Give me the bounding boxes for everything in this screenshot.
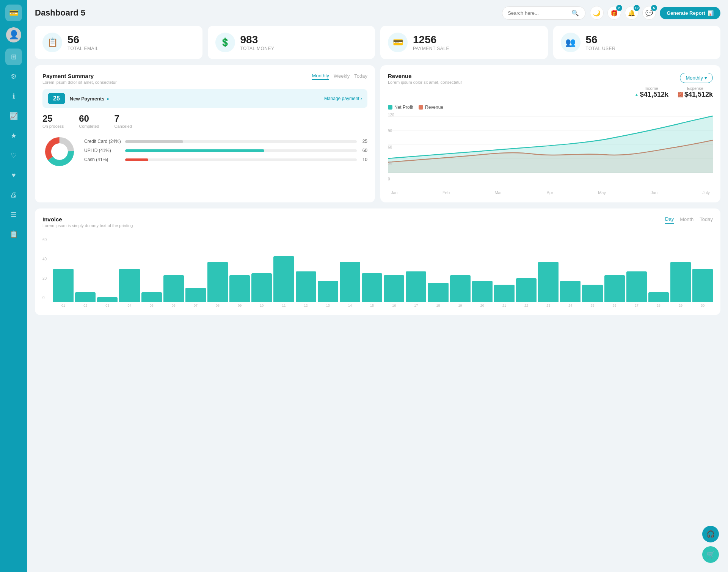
- tab-monthly-payment[interactable]: Monthly: [312, 73, 329, 80]
- x-label-08: 08: [207, 304, 228, 307]
- legend-dot-profit: [388, 105, 392, 110]
- bell-badge: 12: [634, 5, 640, 11]
- inv-y-20: 20: [42, 276, 47, 281]
- bar-col-08: [207, 238, 228, 302]
- search-box[interactable]: 🔍: [502, 6, 585, 20]
- bar-10: [251, 273, 272, 302]
- x-label-23: 23: [538, 304, 559, 307]
- sidebar-item-wishlist[interactable]: ♡: [5, 147, 22, 164]
- bar-label-upi: UPI ID (41%): [84, 148, 122, 153]
- heart-filled-icon: ♥: [12, 171, 16, 179]
- lower-grid: Payment Summary Lorem ipsum dolor sit am…: [35, 65, 720, 202]
- chat-notification-btn[interactable]: 💬 5: [642, 6, 656, 20]
- x-label-apr: Apr: [547, 190, 553, 195]
- tab-day-invoice[interactable]: Day: [665, 216, 674, 224]
- x-label-16: 16: [384, 304, 404, 307]
- bar-27: [626, 271, 647, 302]
- sidebar-item-favorites[interactable]: ★: [5, 127, 22, 144]
- sidebar-item-print[interactable]: 🖨: [5, 186, 22, 203]
- manage-payment-link[interactable]: Manage payment ›: [324, 96, 362, 101]
- stat-card-user: 👥 56 TOTAL USER: [553, 26, 721, 59]
- bar-col-19: [450, 238, 471, 302]
- bar-20: [472, 281, 493, 302]
- cart-float-btn[interactable]: 🛒: [702, 546, 719, 563]
- revenue-subtitle: Lorem ipsum dolor sit amet, consectetur: [388, 80, 462, 85]
- x-label-10: 10: [251, 304, 272, 307]
- bar-col-26: [604, 238, 625, 302]
- stat-on-process: 25 On process: [42, 113, 64, 129]
- chart-icon: 📈: [9, 112, 18, 120]
- bar-col-24: [560, 238, 581, 302]
- revenue-legend: Net Profit Revenue: [388, 105, 713, 110]
- money-icon-box: 💲: [215, 33, 235, 52]
- payment-bottom: Credit Card (24%) 25 UPI ID (41%) 60: [42, 135, 367, 170]
- bar-col-13: [318, 238, 338, 302]
- bell-notification-btn[interactable]: 🔔 12: [625, 6, 639, 20]
- payment-summary-subtitle: Lorem ipsum dolor sit amet, consectetur: [42, 80, 117, 85]
- x-label-26: 26: [604, 304, 625, 307]
- stat-value-money: 983: [240, 34, 275, 46]
- generate-report-button[interactable]: Generate Report 📊: [660, 7, 720, 19]
- bar-01: [53, 269, 74, 302]
- payment-icon-box: 💳: [388, 33, 408, 52]
- dark-mode-toggle[interactable]: 🌙: [590, 6, 604, 20]
- completed-value: 60: [79, 113, 99, 124]
- new-payments-row: 25 New Payments ● Manage payment ›: [42, 89, 367, 108]
- avatar[interactable]: 👤: [6, 27, 21, 42]
- legend-dot-revenue: [419, 105, 423, 110]
- invoice-chart-wrap: 60 40 20 0 01020304050607080910111213141…: [42, 238, 713, 307]
- bar-col-30: [692, 238, 713, 302]
- sidebar-item-settings[interactable]: ⚙: [5, 68, 22, 85]
- revenue-chart: 120 90 60 30 0: [388, 113, 713, 189]
- income-meta: Income ▲ $41,512k: [634, 86, 668, 99]
- income-label: Income: [634, 86, 668, 91]
- stat-label-money: TOTAL MONEY: [240, 46, 275, 51]
- tab-weekly-payment[interactable]: Weekly: [334, 73, 350, 80]
- revenue-monthly-btn[interactable]: Monthly ▾: [680, 73, 713, 83]
- bar-30: [692, 269, 713, 302]
- bar-val-cash: 10: [360, 157, 367, 162]
- stat-label-payment: PAYMENT SALE: [413, 46, 449, 51]
- info-icon: ℹ: [13, 92, 15, 100]
- sidebar-item-liked[interactable]: ♥: [5, 167, 22, 183]
- sidebar-item-dashboard[interactable]: ⊞: [5, 49, 22, 65]
- print-icon: 🖨: [10, 191, 17, 199]
- bar-13: [318, 281, 338, 302]
- inv-y-40: 40: [42, 257, 47, 261]
- sidebar: 💳 👤 ⊞ ⚙ ℹ 📈 ★ ♡ ♥ 🖨 ☰ 📋: [0, 0, 27, 572]
- x-label-30: 30: [692, 304, 713, 307]
- bar-col-14: [340, 238, 360, 302]
- x-label-13: 13: [318, 304, 338, 307]
- income-value: $41,512k: [640, 91, 668, 99]
- bar-29: [670, 262, 691, 302]
- search-icon[interactable]: 🔍: [571, 9, 579, 17]
- sidebar-item-analytics[interactable]: 📈: [5, 108, 22, 124]
- sidebar-item-menu[interactable]: ☰: [5, 206, 22, 223]
- star-icon: ★: [11, 132, 17, 140]
- x-label-feb: Feb: [442, 190, 450, 195]
- on-process-label: On process: [42, 124, 64, 129]
- bar-col-20: [472, 238, 493, 302]
- bar-col-29: [670, 238, 691, 302]
- invoice-x-labels: 0102030405060708091011121314151617181920…: [53, 304, 713, 307]
- sidebar-item-list[interactable]: 📋: [5, 226, 22, 243]
- bar-label-cash: Cash (41%): [84, 157, 122, 162]
- bar-23: [538, 262, 559, 302]
- new-payments-count: 25: [53, 95, 60, 102]
- bar-28: [648, 292, 669, 302]
- list-icon: 📋: [9, 230, 18, 238]
- gift-badge: 2: [616, 5, 622, 11]
- bar-15: [362, 273, 382, 302]
- sidebar-item-info[interactable]: ℹ: [5, 88, 22, 105]
- support-float-btn[interactable]: 🎧: [702, 526, 719, 542]
- gift-notification-btn[interactable]: 🎁 2: [607, 6, 621, 20]
- bar-col-10: [251, 238, 272, 302]
- tab-month-invoice[interactable]: Month: [680, 216, 693, 224]
- bar-21: [494, 285, 515, 302]
- tab-today-payment[interactable]: Today: [354, 73, 367, 80]
- search-input[interactable]: [508, 10, 568, 16]
- invoice-title: Invoice: [42, 216, 133, 223]
- tab-today-invoice[interactable]: Today: [700, 216, 713, 224]
- bar-col-25: [582, 238, 602, 302]
- sidebar-logo[interactable]: 💳: [5, 5, 22, 21]
